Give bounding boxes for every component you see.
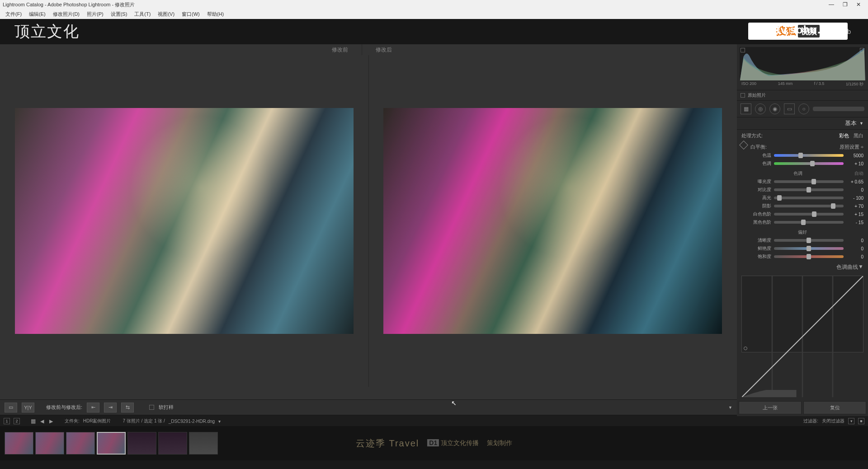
original-photo-row[interactable]: 原始照片 [737,90,868,101]
filter-value[interactable]: 关闭过滤器 [822,418,844,424]
filmstrip[interactable]: 云迹季 Travel D1 顶立文化传播 策划制作 [0,426,868,460]
close-button[interactable]: ✕ [852,1,865,8]
slider-knob-icon[interactable] [777,195,782,201]
menu-window[interactable]: 窗口(W) [178,11,203,18]
slider-value[interactable]: 5000 [846,153,863,158]
brush-tool-slider[interactable] [813,107,864,111]
slider-白色色阶[interactable]: 白色色阶+ 15 [737,210,868,218]
tone-curve-graph[interactable] [741,276,863,352]
treatment-bw[interactable]: 黑白 [854,132,863,139]
thumbnail-selected[interactable] [97,432,126,455]
crop-tool-icon[interactable]: ▦ [741,103,751,114]
treatment-color[interactable]: 彩色 [839,132,849,139]
filter-lock-icon[interactable]: ▾ [848,418,854,424]
slider-value[interactable]: + 10 [846,161,863,166]
slider-knob-icon[interactable] [831,203,835,209]
slider-track[interactable] [774,188,844,191]
slider-曝光度[interactable]: 曝光度+ 0.65 [737,178,868,186]
slider-knob-icon[interactable] [807,254,811,259]
thumbnail[interactable] [66,432,95,455]
basic-panel-header[interactable]: 基本▼ [737,117,868,130]
maximize-button[interactable]: ❐ [838,1,852,8]
slider-knob-icon[interactable] [798,153,803,158]
slider-track[interactable] [774,255,844,258]
before-after-button[interactable]: Y|Y [22,403,34,413]
menu-file[interactable]: 文件(F) [2,11,25,18]
slider-track[interactable] [774,247,844,250]
thumbnail[interactable] [189,432,218,455]
slider-value[interactable]: 0 [846,246,863,251]
slider-track[interactable] [774,239,844,242]
slider-knob-icon[interactable] [807,187,811,192]
before-image-cell[interactable] [0,55,369,387]
slider-黑色色阶[interactable]: 黑色色阶- 15 [737,218,868,226]
redeye-tool-icon[interactable]: ◉ [769,103,780,114]
slider-track[interactable] [774,162,844,165]
slider-阴影[interactable]: 阴影+ 70 [737,202,868,210]
ba-swap-icon[interactable]: ⇆ [121,403,134,413]
slider-track[interactable] [774,221,844,224]
slider-knob-icon[interactable] [801,220,806,225]
auto-tone-button[interactable]: 自动 [854,170,863,177]
slider-value[interactable]: 0 [846,188,863,192]
menu-settings[interactable]: 设置(S) [107,11,131,18]
slider-value[interactable]: + 70 [846,204,863,209]
slider-knob-icon[interactable] [810,161,815,166]
slider-清晰度[interactable]: 清晰度0 [737,236,868,244]
loupe-view-button[interactable]: ▭ [5,403,17,413]
identity-plate[interactable]: 顶立文化 [14,21,80,42]
softproof-checkbox[interactable] [149,405,154,410]
monitor-1-button[interactable]: 1 [4,418,10,424]
slider-色调[interactable]: 色调+ 10 [737,159,868,168]
slider-高光[interactable]: 高光- 100 [737,194,868,202]
checkbox-icon[interactable] [741,93,745,98]
menu-edit[interactable]: 编辑(E) [25,11,49,18]
slider-knob-icon[interactable] [807,238,811,243]
menu-photo[interactable]: 照片(P) [83,11,107,18]
slider-knob-icon[interactable] [807,246,811,251]
slider-track[interactable] [774,213,844,216]
ba-layout-1-icon[interactable]: ⇤ [87,403,99,413]
thumbnail[interactable] [158,432,187,455]
thumbnail[interactable] [5,432,33,455]
slider-value[interactable]: - 15 [846,220,863,225]
reset-button[interactable]: 复位 [803,401,866,414]
slider-knob-icon[interactable] [811,179,816,184]
menu-develop[interactable]: 修改照片(D) [49,11,83,18]
radial-tool-icon[interactable]: ○ [798,103,809,114]
menu-help[interactable]: 帮助(H) [203,11,227,18]
slider-value[interactable]: 0 [846,238,863,243]
menu-tools[interactable]: 工具(T) [131,11,154,18]
slider-knob-icon[interactable] [812,211,816,217]
slider-value[interactable]: + 15 [846,212,863,217]
slider-鲜艳度[interactable]: 鲜艳度0 [737,244,868,253]
menu-view[interactable]: 视图(V) [154,11,178,18]
minimize-button[interactable]: — [825,1,838,8]
ba-layout-2-icon[interactable]: ⇥ [104,403,117,413]
nav-fwd-icon[interactable]: ▶ [48,418,54,424]
slider-track[interactable] [774,154,844,157]
toolbar-more-icon[interactable]: ▼ [728,405,732,410]
monitor-2-button[interactable]: 2 [14,418,20,424]
histogram[interactable] [740,47,865,80]
filename-dropdown-icon[interactable]: ▾ [218,419,221,424]
slider-饱和度[interactable]: 饱和度0 [737,253,868,261]
slider-value[interactable]: + 0.65 [846,179,863,184]
folder-name[interactable]: HDR案例图片 [83,418,111,424]
current-filename[interactable]: _DSC9291-2-HDR.dng [169,419,215,424]
after-image-cell[interactable] [369,55,737,387]
slider-色温[interactable]: 色温5000 [737,151,868,159]
slider-track[interactable] [774,197,844,199]
tonecurve-panel-header[interactable]: 色调曲线 ▼ [737,261,868,274]
nav-back-icon[interactable]: ◀ [39,418,45,424]
filter-switch-icon[interactable]: ■ [858,418,864,424]
slider-track[interactable] [774,205,844,207]
histogram-panel[interactable]: ISO 200 145 mm f / 3.5 1/1250 秒 [737,44,868,90]
slider-value[interactable]: 0 [846,254,863,259]
curve-point-icon[interactable] [744,347,747,350]
graduated-tool-icon[interactable]: ▭ [784,103,795,114]
slider-value[interactable]: - 100 [846,196,863,201]
thumbnail[interactable] [35,432,64,455]
previous-button[interactable]: 上一张 [739,401,802,414]
thumbnail[interactable] [127,432,156,455]
